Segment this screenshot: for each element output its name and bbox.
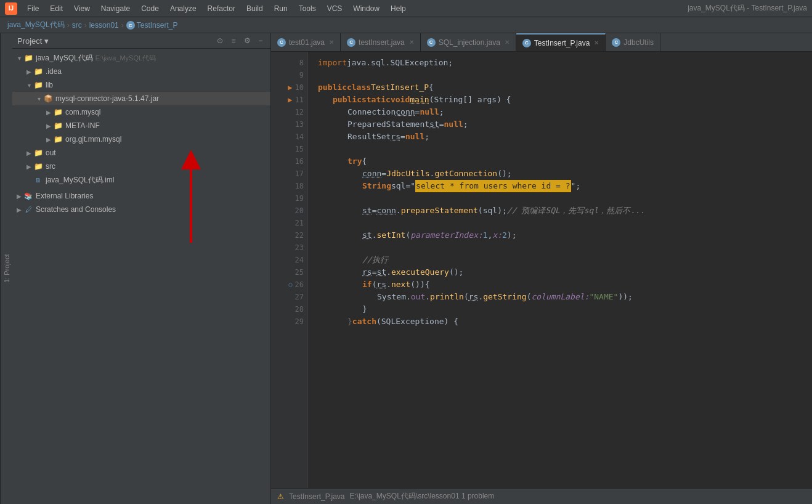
ln-11: ▶ 11	[271, 94, 307, 106]
code-line-22: st.setInt( parameterIndex: 1, x: 2);	[318, 229, 802, 242]
tab-close-testinsert-p[interactable]: ✕	[594, 39, 599, 46]
settings-icon[interactable]: ⚙	[242, 36, 252, 46]
tab-test01[interactable]: C test01.java ✕	[271, 33, 341, 52]
toggle-out[interactable]: ▶	[25, 148, 33, 157]
ext-libs-label: External Libraries	[36, 192, 93, 200]
root-label: java_MySQL代码	[36, 53, 93, 63]
tab-sql-injection[interactable]: C SQL_injection.java ✕	[421, 33, 516, 52]
breadcrumb-part-0[interactable]: java_MySQL代码	[7, 20, 65, 30]
code-line-12: Connection conn = null;	[318, 106, 802, 118]
tab-icon-sql-injection: C	[427, 38, 436, 47]
menu-bar: IJ File Edit View Navigate Code Analyze …	[0, 0, 812, 17]
toggle-meta-inf[interactable]: ▶	[44, 121, 53, 130]
app-logo: IJ	[5, 2, 17, 15]
menu-help[interactable]: Help	[386, 3, 411, 14]
tree-com-mysql[interactable]: ▶ 📁 com.mysql	[12, 105, 270, 119]
com-mysql-label: com.mysql	[65, 108, 100, 116]
code-content-area[interactable]: import java.sql.SQLException; public cla…	[308, 52, 812, 488]
code-line-21	[318, 217, 802, 229]
tree-src[interactable]: ▶ 📁 src	[12, 160, 270, 173]
tree-iml[interactable]: 🗎 java_MySQL代码.iml	[12, 173, 270, 187]
menu-vcs[interactable]: VCS	[322, 3, 347, 14]
tree-external-libs[interactable]: ▶ 📚 External Libraries	[12, 189, 270, 203]
menu-file[interactable]: File	[22, 3, 44, 14]
toggle-root[interactable]: ▾	[15, 54, 23, 62]
tree-org-gjt[interactable]: ▶ 📁 org.gjt.mm.mysql	[12, 132, 270, 146]
menu-refactor[interactable]: Refactor	[203, 3, 240, 14]
ln-23: 23	[271, 242, 307, 254]
breadcrumb-part-3[interactable]: C TestInsert_P	[126, 20, 178, 30]
code-editor[interactable]: 8 9 ▶ 10 ▶ 11 12	[271, 52, 812, 488]
ln-16: 16	[271, 155, 307, 168]
window-title: java_MySQL代码 - TestInsert_P.java	[688, 3, 807, 14]
ln-26: ○ 26	[271, 278, 307, 291]
code-line-13: PreparedStatement st = null;	[318, 118, 802, 131]
ln-17: 17	[271, 168, 307, 180]
tree-idea[interactable]: ▶ 📁 .idea	[12, 65, 270, 78]
tree-root[interactable]: ▾ 📁 java_MySQL代码 E:\java_MySQL代码	[12, 51, 270, 65]
code-line-11: public static void main(String[] args) {	[318, 94, 802, 106]
tab-jdbcutils[interactable]: C JdbcUtils	[606, 33, 660, 52]
ln-14: 14	[271, 131, 307, 143]
code-line-16: try {	[318, 155, 802, 168]
tree-iml-spacer	[25, 176, 33, 184]
toggle-idea[interactable]: ▶	[25, 67, 33, 76]
tab-testinsert[interactable]: C testInsert.java ✕	[341, 33, 421, 52]
menu-window[interactable]: Window	[348, 3, 384, 14]
ln-13: 13	[271, 118, 307, 131]
code-line-25: rs = st.executeQuery();	[318, 266, 802, 278]
jar-icon: 📦	[43, 94, 53, 104]
ln-10: ▶ 10	[271, 81, 307, 94]
tab-close-sql-injection[interactable]: ✕	[505, 39, 510, 46]
toggle-mysql-jar[interactable]: ▾	[35, 94, 43, 103]
folder-icon-idea: 📁	[33, 67, 43, 76]
tab-close-testinsert[interactable]: ✕	[409, 39, 414, 46]
breadcrumb-part-1[interactable]: src	[72, 21, 82, 30]
scratches-icon: 🖊	[23, 205, 33, 214]
tree-mysql-jar[interactable]: ▾ 📦 mysql-connector-java-5.1.47.jar	[12, 92, 270, 105]
menu-edit[interactable]: Edit	[45, 3, 68, 14]
code-line-14: ResultSet rs = null;	[318, 131, 802, 143]
menu-analyze[interactable]: Analyze	[165, 3, 201, 14]
src-label: src	[46, 162, 55, 171]
mysql-jar-label: mysql-connector-java-5.1.47.jar	[55, 94, 159, 103]
folder-icon-lib: 📁	[33, 80, 43, 90]
toggle-src[interactable]: ▶	[25, 162, 33, 171]
status-bar: ⚠ TestInsert_P.java E:\java_MySQL代码\src\…	[271, 488, 812, 504]
warning-icon: ⚠	[277, 492, 284, 501]
toggle-lib[interactable]: ▾	[25, 81, 33, 89]
minimize-icon[interactable]: −	[256, 36, 266, 46]
tree-out[interactable]: ▶ 📁 out	[12, 146, 270, 160]
code-line-15	[318, 143, 802, 155]
toggle-com-mysql[interactable]: ▶	[44, 108, 53, 116]
menu-view[interactable]: View	[69, 3, 95, 14]
collapse-icon[interactable]: ≡	[229, 36, 238, 46]
tab-close-test01[interactable]: ✕	[329, 39, 334, 46]
toggle-scratches[interactable]: ▶	[15, 205, 23, 214]
menu-code[interactable]: Code	[136, 3, 164, 14]
project-panel-tab[interactable]: 1: Project	[0, 33, 12, 504]
tab-label-sql-injection: SQL_injection.java	[439, 38, 500, 47]
folder-icon-com-mysql: 📁	[53, 107, 63, 117]
menu-navigate[interactable]: Navigate	[96, 3, 135, 14]
toggle-org-gjt[interactable]: ▶	[44, 135, 53, 144]
code-line-17: conn = JdbcUtils.getConnection();	[318, 168, 802, 180]
folder-icon-src: 📁	[33, 161, 43, 171]
tree-scratches[interactable]: ▶ 🖊 Scratches and Consoles	[12, 203, 270, 216]
tab-testinsert-p[interactable]: C TestInsert_P.java ✕	[516, 33, 606, 52]
menu-run[interactable]: Run	[269, 3, 293, 14]
tab-label-testinsert-p: TestInsert_P.java	[534, 39, 590, 47]
breadcrumb-part-2[interactable]: lesson01	[89, 21, 119, 30]
menu-tools[interactable]: Tools	[294, 3, 321, 14]
code-line-8: import java.sql.SQLException;	[318, 57, 802, 69]
tree-lib[interactable]: ▾ 📁 lib	[12, 78, 270, 92]
toggle-ext-libs[interactable]: ▶	[15, 192, 23, 200]
ln-22: 22	[271, 229, 307, 242]
breadcrumb: java_MySQL代码 › src › lesson01 › C TestIn…	[0, 17, 812, 33]
locate-icon[interactable]: ⊙	[215, 36, 225, 46]
warning-path: E:\java_MySQL代码\src\lesson01 1 problem	[350, 491, 495, 502]
tab-icon-testinsert: C	[347, 38, 355, 47]
menu-build[interactable]: Build	[242, 3, 268, 14]
code-line-27: System.out.println(rs.getString( columnL…	[318, 291, 802, 303]
tree-meta-inf[interactable]: ▶ 📁 META-INF	[12, 119, 270, 132]
